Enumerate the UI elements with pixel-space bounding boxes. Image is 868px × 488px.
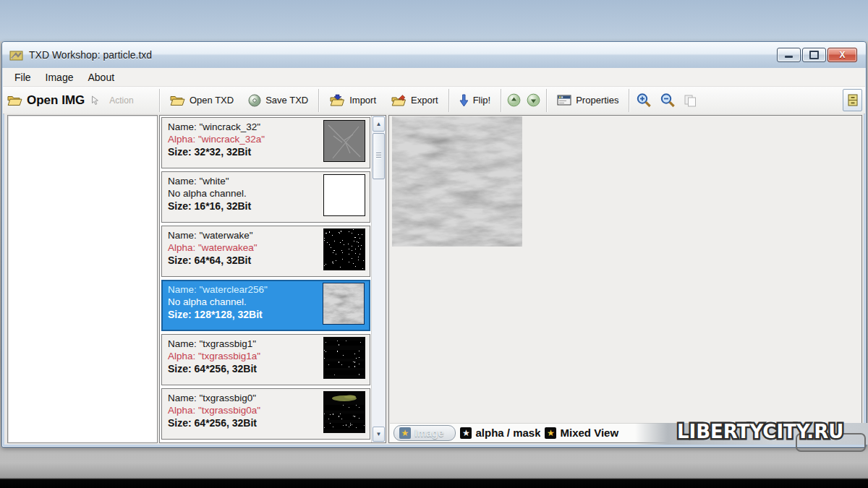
window-title: TXD Workshop: particle.txd [29,49,152,61]
img-file-list[interactable] [7,115,158,443]
disc-icon [248,94,261,107]
watermark: LIBERTYCITY.RU [677,421,843,442]
round-up-icon [507,93,521,107]
action-label: Action [109,95,133,106]
zoom-out-icon [660,93,676,108]
texture-thumbnail [323,120,365,162]
minimize-button[interactable] [777,48,801,62]
texture-list-item[interactable]: Name: "txgrassbig0"Alpha: "txgrassbig0a"… [161,388,370,440]
zoom-in-button[interactable] [632,89,656,111]
close-button[interactable]: X [827,48,857,62]
menu-about[interactable]: About [80,69,122,85]
toolbar-separator [159,89,160,112]
tab-image-view[interactable]: ★ Image [393,425,456,441]
round-down-icon [527,93,540,107]
toolbar-separator [546,89,547,112]
import-icon [329,94,345,106]
toolbar-buttons: Open TXD Save TXD Import Export [163,87,865,114]
star-icon: ★ [545,427,556,439]
tab-alpha-mask-view[interactable]: ★ alpha / mask [460,427,540,439]
scrollbar-thumb[interactable] [373,133,385,179]
star-icon: ★ [399,427,411,439]
open-img-section: Open IMG Action [3,87,156,114]
zoom-in-icon [636,93,652,108]
folder-icon [7,95,22,106]
texture-list-item[interactable]: Name: "txgrassbig1"Alpha: "txgrassbig1a"… [161,334,370,385]
toolbar: Open IMG Action Open TXD Save TXD Import [3,87,865,114]
scrollbar-grip [376,153,381,159]
texture-list-item[interactable]: Name: "wincrack_32"Alpha: "wincrack_32a"… [161,117,370,168]
panel-toggle-button[interactable] [843,89,862,111]
export-icon [391,94,407,106]
toolbar-separator [448,89,449,112]
maximize-icon [809,51,819,59]
toolbar-separator [318,89,319,112]
title-bar[interactable]: TXD Workshop: particle.txd X [2,42,866,68]
minimize-icon [785,56,793,58]
toolbar-separator [501,89,501,112]
tab-mixed-view[interactable]: ★ Mixed View [545,427,618,439]
menu-bar: File Image About [3,68,865,87]
zoom-out-button[interactable] [656,89,680,111]
move-down-button[interactable] [524,90,543,111]
app-window: TXD Workshop: particle.txd X File Image … [1,41,867,448]
open-txd-button[interactable]: Open TXD [163,91,241,110]
import-button[interactable]: Import [322,90,383,110]
texture-thumbnail [323,228,365,270]
export-button[interactable]: Export [383,90,446,110]
content-area: Name: "wincrack_32"Alpha: "wincrack_32a"… [4,114,864,445]
properties-icon [557,95,571,106]
menu-image[interactable]: Image [38,69,81,85]
scrollbar[interactable]: ▲ ▼ [371,116,386,442]
save-txd-button[interactable]: Save TXD [241,90,315,111]
cursor-icon [90,95,99,106]
texture-thumbnail [323,283,365,325]
texture-list-item[interactable]: Name: "waterwake"Alpha: "waterwakea"Size… [161,226,370,277]
copy-button[interactable] [680,90,701,111]
app-icon [9,50,23,61]
texture-thumbnail [323,391,365,433]
move-up-button[interactable] [504,90,524,111]
maximize-button[interactable] [802,48,826,62]
texture-list: Name: "wincrack_32"Alpha: "wincrack_32a"… [161,116,371,442]
texture-list-item[interactable]: Name: "waterclear256"No alpha channel.Si… [161,280,370,331]
preview-panel: ★ Image ★ alpha / mask ★ Mixed View [388,115,862,443]
star-icon: ★ [460,427,472,439]
toolbar-separator [629,89,629,112]
scroll-down-button[interactable]: ▼ [373,427,385,442]
folder-icon [170,95,185,106]
open-img-button[interactable]: Open IMG [27,93,85,108]
copy-icon [684,94,697,107]
scroll-up-button[interactable]: ▲ [373,116,385,132]
arrow-down-icon [459,94,469,107]
properties-button[interactable]: Properties [550,91,626,109]
texture-thumbnail [323,174,365,216]
texture-thumbnail [323,337,365,379]
texture-list-item[interactable]: Name: "white"No alpha channel.Size: 16*1… [161,171,370,223]
flip-button[interactable]: Flip! [452,90,498,111]
preview-image [392,116,522,247]
menu-file[interactable]: File [7,69,38,85]
screen: TXD Workshop: particle.txd X File Image … [0,0,868,488]
texture-panel: Name: "wincrack_32"Alpha: "wincrack_32a"… [159,115,386,443]
close-icon: X [839,51,845,59]
cabinet-icon [848,94,858,106]
